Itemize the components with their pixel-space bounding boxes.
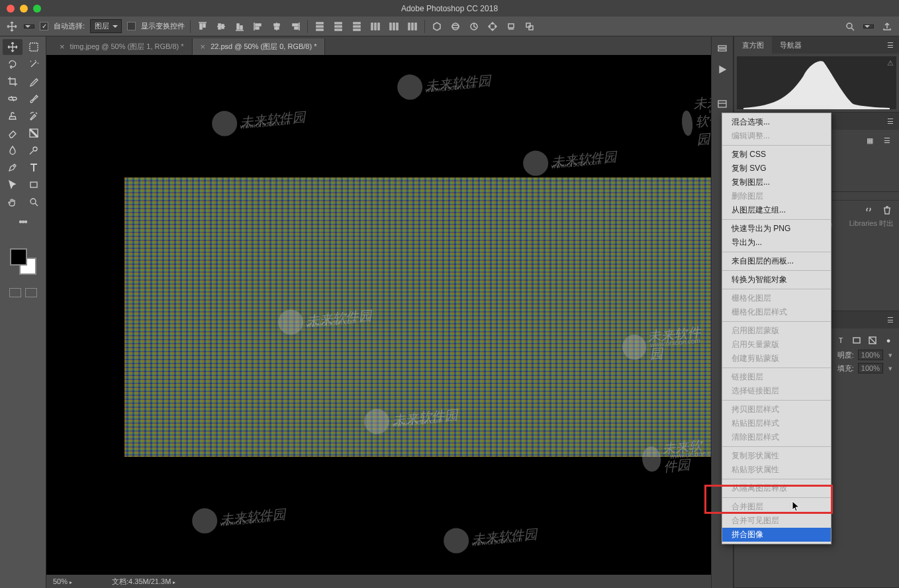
align-bottom-icon[interactable] xyxy=(233,20,246,33)
type-tool[interactable] xyxy=(24,160,44,175)
navigator-tab[interactable]: 导航器 xyxy=(772,36,810,54)
menu-copy-svg[interactable]: 复制 SVG xyxy=(722,162,831,175)
history-brush-tool[interactable] xyxy=(24,108,44,124)
distribute-right-icon[interactable] xyxy=(406,20,419,33)
warning-icon[interactable]: ⚠ xyxy=(887,59,894,68)
distribute-hcenter-icon[interactable] xyxy=(387,20,401,33)
screen-mode-icon[interactable] xyxy=(25,288,37,297)
list-view-icon[interactable]: ☰ xyxy=(880,134,894,147)
panel-menu-icon[interactable]: ☰ xyxy=(882,36,899,54)
svg-rect-29 xyxy=(30,182,37,187)
menu-blend-options[interactable]: 混合选项... xyxy=(722,115,831,129)
3d-orbit-icon[interactable] xyxy=(449,20,462,33)
3d-pan-icon[interactable] xyxy=(486,20,499,33)
filter-smart-icon[interactable] xyxy=(867,335,878,346)
filter-shape-icon[interactable] xyxy=(851,335,862,346)
document-tab[interactable]: × 22.psd @ 50% (图层 0, RGB/8) * xyxy=(193,38,326,55)
3d-roll-icon[interactable] xyxy=(467,20,481,33)
menu-copy-layer[interactable]: 复制图层... xyxy=(722,175,831,189)
foreground-color[interactable] xyxy=(10,248,27,266)
align-vcenter-icon[interactable] xyxy=(214,20,228,33)
trash-icon[interactable] xyxy=(880,203,894,217)
menu-quick-export-png[interactable]: 快速导出为 PNG xyxy=(722,222,831,236)
distribute-top-icon[interactable] xyxy=(313,20,326,33)
pen-tool[interactable] xyxy=(3,160,23,175)
menu-copy-css[interactable]: 复制 CSS xyxy=(722,148,831,162)
search-icon[interactable] xyxy=(843,20,857,33)
auto-select-checkbox[interactable] xyxy=(40,22,48,30)
separator xyxy=(424,20,425,33)
quick-mask-icon[interactable] xyxy=(9,288,21,297)
panel-menu-icon[interactable]: ☰ xyxy=(882,311,899,328)
histogram-panel: 直方图 导航器 ☰ ⚠ xyxy=(734,36,899,113)
magic-wand-tool[interactable] xyxy=(24,56,44,72)
fill-value[interactable]: 100% xyxy=(858,363,883,373)
minimize-window-button[interactable] xyxy=(20,5,28,13)
menu-export-as[interactable]: 导出为... xyxy=(722,236,831,250)
lasso-tool[interactable] xyxy=(3,56,23,72)
spot-healing-tool[interactable] xyxy=(3,91,23,107)
close-tab-icon[interactable]: × xyxy=(201,42,206,52)
menu-flatten-image[interactable]: 拼合图像 xyxy=(722,528,831,542)
distribute-left-icon[interactable] xyxy=(369,20,382,33)
gradient-tool[interactable] xyxy=(24,125,44,141)
clone-stamp-tool[interactable] xyxy=(3,108,23,124)
maximize-window-button[interactable] xyxy=(33,5,41,13)
play-icon[interactable] xyxy=(714,62,730,77)
svg-point-18 xyxy=(452,23,459,30)
doc-info[interactable]: 文档:4.35M/21.3M xyxy=(112,577,175,587)
panel-menu-icon[interactable]: ☰ xyxy=(882,113,899,130)
svg-rect-13 xyxy=(393,23,395,30)
3d-slide-icon[interactable] xyxy=(504,20,518,33)
crop-tool[interactable] xyxy=(3,74,23,89)
align-left-icon[interactable] xyxy=(252,20,265,33)
panel-icon[interactable] xyxy=(714,96,730,112)
menu-clear-layer-style: 清除图层样式 xyxy=(722,430,831,444)
brush-tool[interactable] xyxy=(24,91,44,107)
zoom-level[interactable]: 50% xyxy=(53,577,72,585)
grid-view-icon[interactable]: ▦ xyxy=(863,134,876,147)
histogram-tab[interactable]: 直方图 xyxy=(734,36,772,54)
filter-toggle-icon[interactable]: ● xyxy=(883,335,894,346)
menu-convert-smart[interactable]: 转换为智能对象 xyxy=(722,273,831,287)
share-icon[interactable] xyxy=(880,20,894,33)
canvas[interactable]: 未来软件园www.orsoon.com 未来软件园www.orsoon.com … xyxy=(46,55,711,575)
hand-tool[interactable] xyxy=(3,194,23,210)
distribute-bottom-icon[interactable] xyxy=(350,20,363,33)
close-tab-icon[interactable]: × xyxy=(60,42,65,52)
close-window-button[interactable] xyxy=(7,5,15,13)
opacity-value[interactable]: 100% xyxy=(858,350,883,360)
menu-artboard-from-layers[interactable]: 来自图层的画板... xyxy=(722,254,831,268)
filter-text-icon[interactable]: T xyxy=(835,335,846,346)
move-tool[interactable] xyxy=(3,39,23,55)
zoom-tool[interactable] xyxy=(24,194,44,210)
show-transform-checkbox[interactable] xyxy=(127,22,136,30)
svg-rect-7 xyxy=(354,26,360,27)
distribute-vcenter-icon[interactable] xyxy=(332,20,345,33)
rectangle-tool[interactable] xyxy=(24,177,44,193)
eraser-tool[interactable] xyxy=(3,125,23,141)
dodge-tool[interactable] xyxy=(24,142,44,158)
blur-tool[interactable] xyxy=(3,142,23,158)
menu-copy-layer-style: 拷贝图层样式 xyxy=(722,403,831,416)
align-hcenter-icon[interactable] xyxy=(270,20,283,33)
rectangular-marquee-tool[interactable] xyxy=(24,39,44,55)
move-tool-indicator-icon[interactable] xyxy=(5,20,19,33)
align-top-icon[interactable] xyxy=(196,20,209,33)
color-swatches[interactable] xyxy=(10,248,36,275)
link-icon[interactable] xyxy=(862,203,875,217)
path-selection-tool[interactable] xyxy=(3,177,23,193)
menu-group-from-layers[interactable]: 从图层建立组... xyxy=(722,203,831,217)
tool-preset-dropdown[interactable] xyxy=(24,24,34,28)
menu-rasterize-layer: 栅格化图层 xyxy=(722,291,831,305)
eyedropper-tool[interactable] xyxy=(24,74,44,89)
3d-mode-icon[interactable] xyxy=(430,20,444,33)
3d-scale-icon[interactable] xyxy=(523,20,536,33)
svg-rect-36 xyxy=(718,101,726,107)
workspace-dropdown[interactable] xyxy=(863,24,874,28)
edit-toolbar-icon[interactable] xyxy=(17,215,30,228)
auto-select-dropdown[interactable]: 图层 xyxy=(90,19,122,33)
panel-icon[interactable] xyxy=(714,40,730,56)
document-tab[interactable]: × timg.jpeg @ 50% (图层 1, RGB/8) * xyxy=(52,38,193,55)
align-right-icon[interactable] xyxy=(289,20,302,33)
